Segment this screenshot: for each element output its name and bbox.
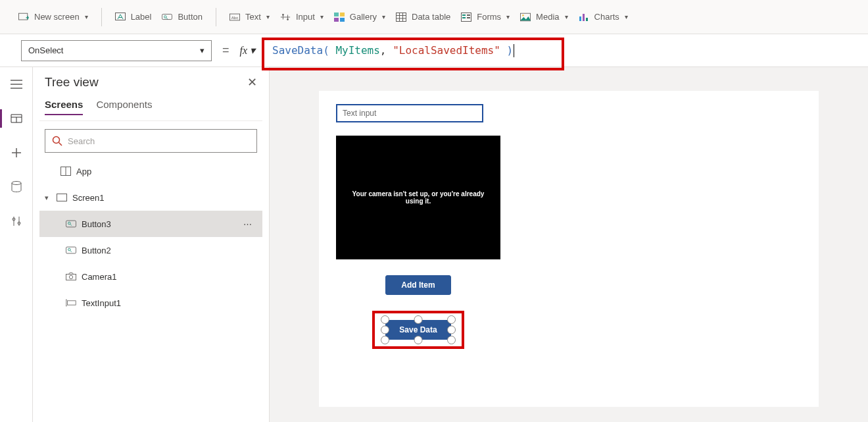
button-control-button[interactable]: Button [157,8,208,26]
tree-item-button3[interactable]: Button3 ⋯ [39,211,262,237]
svg-point-26 [53,137,60,144]
input-button[interactable]: Input ▾ [275,8,329,26]
text-input-placeholder: Text input [343,109,376,118]
table-icon [396,12,406,22]
resize-handle[interactable] [381,315,389,324]
svg-rect-8 [334,13,339,16]
media-button[interactable]: Media ▾ [515,8,573,26]
new-screen-label: New screen [34,12,80,22]
resize-handle[interactable] [447,336,456,344]
svg-point-32 [68,248,71,251]
text-input-control[interactable]: Text input [336,104,483,122]
save-data-button[interactable]: Save Data [385,320,451,340]
app-screen[interactable]: Text input Your camera isn't set up, or … [319,91,819,407]
tree-item-textinput1[interactable]: TextInput1 [39,290,262,316]
tools-icon[interactable] [3,208,30,234]
gallery-icon [334,12,345,22]
text-cursor [514,44,514,57]
resize-handle[interactable] [381,326,389,334]
tree-item-label: Button3 [82,219,111,229]
formula-token-fn: SaveData [272,44,323,57]
formula-token-paren: ) [507,44,514,57]
forms-icon [461,12,471,22]
svg-point-34 [69,275,72,278]
button-icon [66,219,76,229]
app-icon [60,166,71,176]
save-data-label: Save Data [399,325,437,334]
tab-screens[interactable]: Screens [45,99,83,115]
chevron-down-icon: ▾ [266,13,270,20]
chevron-down-icon: ▾ [382,13,385,20]
tree-item-button2[interactable]: Button2 [39,237,262,263]
new-screen-icon [18,12,29,22]
resize-handle[interactable] [414,336,423,344]
button-label: Button [178,12,203,22]
close-icon[interactable]: ✕ [247,75,257,90]
resize-handle[interactable] [447,315,456,324]
fx-button[interactable]: fx ▾ [240,44,256,57]
tree-item-label: Camera1 [82,272,116,282]
tab-components[interactable]: Components [96,99,152,115]
hamburger-icon[interactable] [3,71,30,97]
input-icon [280,12,291,22]
tree-view-icon[interactable] [3,105,30,132]
new-screen-button[interactable]: New screen ▾ [13,8,93,26]
search-placeholder: Search [68,136,95,146]
textinput-icon [66,298,76,308]
svg-rect-11 [340,18,345,22]
chevron-down-icon: ▾ [85,13,88,20]
search-input[interactable]: Search [45,129,257,153]
resize-handle[interactable] [414,315,423,324]
tree-item-label: Screen1 [72,193,104,203]
svg-point-6 [282,14,284,16]
canvas[interactable]: Text input Your camera isn't set up, or … [270,67,868,422]
svg-rect-10 [334,18,339,22]
svg-rect-0 [18,13,27,20]
formula-token-string: "LocalSavedItems" [393,44,500,57]
charts-button[interactable]: Charts ▾ [573,8,633,26]
svg-rect-16 [467,14,470,16]
tree-item-label: Button2 [82,246,111,255]
more-icon[interactable]: ⋯ [243,219,253,229]
svg-rect-22 [586,18,588,21]
label-icon [115,12,126,22]
tree-item-screen1[interactable]: ▾ Screen1 [39,184,262,211]
media-icon [520,12,531,22]
formula-token-comma: , [380,44,387,57]
formula-bar: OnSelect ▾ = fx ▾ SaveData ( MyItems , "… [0,34,868,67]
svg-point-7 [287,18,289,20]
chevron-down-icon: ▾ [250,44,255,57]
input-label: Input [296,12,315,22]
svg-text:Abc: Abc [231,14,239,19]
property-selector[interactable]: OnSelect ▾ [21,40,212,61]
formula-token-arg: MyItems [335,44,379,57]
screen-icon [57,192,67,203]
data-table-label: Data table [412,12,450,22]
label-button[interactable]: Label [110,8,157,26]
svg-rect-28 [57,194,67,201]
data-icon[interactable] [3,174,30,200]
text-button[interactable]: Abc Text ▾ [224,8,275,26]
insert-icon[interactable] [3,140,30,166]
chevron-down-icon: ▾ [625,13,628,20]
resize-handle[interactable] [381,336,389,344]
data-table-button[interactable]: Data table [391,8,456,26]
svg-point-19 [522,14,524,16]
svg-rect-31 [66,247,76,253]
resize-handle[interactable] [447,326,456,334]
left-rail [0,67,33,422]
chevron-down-icon[interactable]: ▾ [42,194,51,202]
camera-control[interactable]: Your camera isn't set up, or you're alre… [336,136,500,259]
formula-input[interactable]: SaveData ( MyItems , "LocalSavedItems" ) [262,40,847,61]
tree-item-camera1[interactable]: Camera1 [39,263,262,290]
chevron-down-icon: ▾ [506,13,510,20]
svg-rect-35 [67,301,76,305]
tree-item-app[interactable]: App [39,158,262,184]
svg-rect-20 [579,16,581,21]
forms-label: Forms [477,12,501,22]
chevron-down-icon: ▾ [200,45,205,55]
forms-button[interactable]: Forms ▾ [456,8,515,26]
add-item-button[interactable]: Add Item [385,275,451,295]
gallery-button[interactable]: Gallery ▾ [329,8,391,26]
svg-rect-17 [467,17,470,18]
